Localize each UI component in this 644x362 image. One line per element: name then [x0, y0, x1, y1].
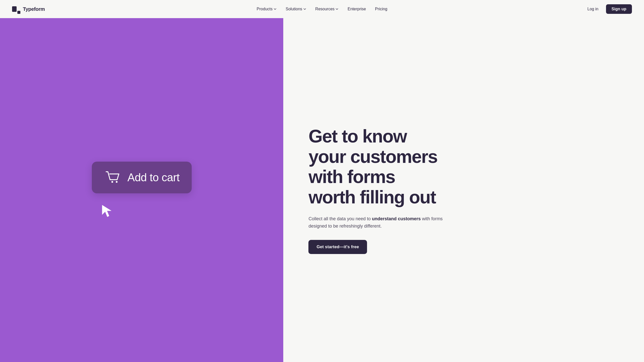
navbar: Typeform Products Solutions Resources En…: [0, 0, 644, 18]
nav-actions: Log in Sign up: [584, 4, 632, 14]
cart-widget: Add to cart: [92, 162, 192, 219]
nav-products[interactable]: Products: [253, 5, 280, 13]
signup-button[interactable]: Sign up: [606, 4, 632, 14]
svg-point-1: [116, 181, 117, 183]
chevron-down-icon: [303, 8, 306, 11]
nav-pricing[interactable]: Pricing: [372, 5, 391, 13]
chevron-down-icon: [274, 8, 277, 11]
cart-icon: [104, 169, 122, 186]
main-content: Add to cart Get to know your customers w…: [0, 0, 644, 362]
cursor-icon: [99, 203, 114, 219]
hero-subtext: Collect all the data you need to underst…: [308, 215, 459, 230]
hero-text-panel: Get to know your customers with forms wo…: [283, 18, 644, 362]
nav-solutions[interactable]: Solutions: [282, 5, 310, 13]
hero-illustration-panel: Add to cart: [0, 18, 283, 362]
cart-button-label: Add to cart: [128, 171, 180, 184]
hero-heading: Get to know your customers with forms wo…: [308, 126, 490, 207]
chevron-down-icon: [336, 8, 339, 11]
cta-button[interactable]: Get started—it's free: [308, 240, 367, 254]
nav-enterprise[interactable]: Enterprise: [344, 5, 370, 13]
add-to-cart-button[interactable]: Add to cart: [92, 162, 192, 193]
logo[interactable]: Typeform: [12, 6, 45, 12]
svg-point-0: [111, 181, 113, 183]
nav-resources[interactable]: Resources: [312, 5, 342, 13]
login-button[interactable]: Log in: [584, 5, 602, 13]
logo-icon: [12, 6, 20, 12]
brand-name: Typeform: [23, 6, 45, 12]
nav-links: Products Solutions Resources Enterprise …: [253, 5, 391, 13]
